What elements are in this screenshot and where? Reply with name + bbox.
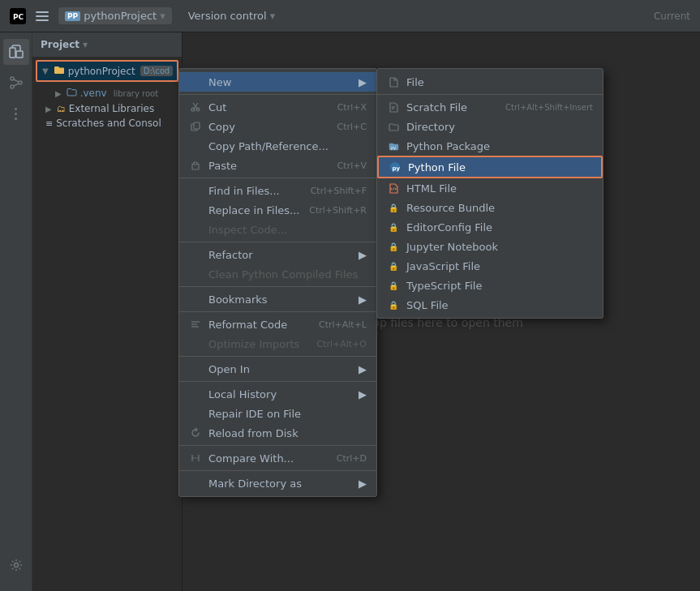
ctx-replace-files[interactable]: Replace in Files... Ctrl+Shift+R bbox=[179, 200, 376, 220]
ctx-open-in-arrow-icon: ▶ bbox=[359, 363, 367, 375]
scratches-icon: ≡ bbox=[45, 118, 53, 129]
ctx-sep-3 bbox=[179, 242, 376, 242]
ctx-inspect: Inspect Code... bbox=[179, 220, 376, 239]
ctx-js-file[interactable]: 🔒 JavaScript File bbox=[377, 256, 603, 276]
svg-rect-17 bbox=[194, 162, 197, 165]
titlebar-right: Current bbox=[654, 11, 690, 22]
ctx-html-icon bbox=[387, 182, 400, 195]
ctx-sep-5 bbox=[179, 311, 376, 312]
ctx-mark-dir[interactable]: Mark Directory as ▶ bbox=[179, 473, 376, 493]
ctx-local-history[interactable]: Local History ▶ bbox=[179, 384, 376, 404]
rail-structure-icon[interactable] bbox=[3, 70, 29, 96]
ctx-refactor-arrow-icon: ▶ bbox=[359, 249, 367, 261]
svg-text:py: py bbox=[391, 145, 396, 151]
ctx-jupyter[interactable]: 🔒 Jupyter Notebook bbox=[377, 237, 603, 256]
ctx-new-arrow-icon: ▶ bbox=[359, 76, 367, 88]
ctx-sub-sep-1 bbox=[377, 94, 603, 95]
svg-point-4 bbox=[11, 77, 14, 80]
vc-chevron-icon: ▾ bbox=[270, 10, 276, 22]
ctx-editorconfig-label: EditorConfig File bbox=[406, 221, 593, 233]
ctx-scratch-file[interactable]: Scratch File Ctrl+Alt+Shift+Insert bbox=[377, 97, 603, 117]
project-selector[interactable]: PP pythonProject ▾ bbox=[58, 7, 172, 24]
ctx-reformat[interactable]: Reformat Code Ctrl+Alt+L bbox=[179, 315, 376, 334]
ctx-resource-bundle-icon: 🔒 bbox=[387, 201, 400, 214]
ctx-editorconfig-icon: 🔒 bbox=[387, 221, 400, 233]
ctx-sql-file[interactable]: 🔒 SQL File bbox=[377, 295, 603, 315]
ctx-html-file[interactable]: HTML File bbox=[377, 178, 603, 198]
ctx-open-in[interactable]: Open In ▶ bbox=[179, 359, 376, 379]
ctx-new-file-label: File bbox=[406, 76, 593, 88]
ctx-copy-path-label: Copy Path/Reference... bbox=[208, 140, 367, 152]
ctx-new[interactable]: New ▶ bbox=[179, 72, 376, 92]
ctx-cut-label: Cut bbox=[208, 101, 331, 113]
tree-root-item[interactable]: ▼ pythonProject D:\cod bbox=[36, 60, 178, 82]
ctx-reformat-icon bbox=[189, 318, 202, 331]
ctx-sep-6 bbox=[179, 356, 376, 357]
ctx-copy[interactable]: Copy Ctrl+C bbox=[179, 117, 376, 136]
panel-chevron-icon: ▾ bbox=[83, 39, 88, 50]
ctx-editorconfig[interactable]: 🔒 EditorConfig File bbox=[377, 217, 603, 237]
svg-text:PC: PC bbox=[13, 13, 24, 21]
vc-label: Version control bbox=[188, 10, 267, 22]
tree-scratches-item[interactable]: ≡ Scratches and Consol bbox=[32, 116, 182, 131]
ctx-repair-ide[interactable]: Repair IDE on File bbox=[179, 404, 376, 423]
tree-arrow-icon: ▼ bbox=[42, 66, 49, 75]
ctx-bookmarks-icon bbox=[189, 293, 202, 306]
sidebar-rail bbox=[0, 32, 32, 591]
panel-header[interactable]: Project ▾ bbox=[32, 32, 182, 57]
ctx-sql-icon: 🔒 bbox=[387, 298, 400, 311]
ctx-compare-label: Compare With... bbox=[208, 452, 330, 465]
ctx-replace-files-shortcut: Ctrl+Shift+R bbox=[309, 205, 367, 216]
ctx-reload[interactable]: Reload from Disk bbox=[179, 423, 376, 443]
ctx-refactor-label: Refactor bbox=[208, 249, 352, 261]
ctx-sep-7 bbox=[179, 381, 376, 382]
ctx-copy-label: Copy bbox=[208, 121, 331, 133]
ctx-optimize-label: Optimize Imports bbox=[208, 338, 310, 350]
ctx-bookmarks[interactable]: Bookmarks ▶ bbox=[179, 289, 376, 309]
ctx-mark-dir-label: Mark Directory as bbox=[208, 478, 352, 490]
ctx-python-file-label: Python File bbox=[408, 161, 591, 173]
ctx-find-files-label: Find in Files... bbox=[208, 185, 304, 197]
project-panel: Project ▾ ▼ pythonProject D:\cod ▶ .venv… bbox=[32, 32, 183, 591]
ctx-python-package[interactable]: py Python Package bbox=[377, 136, 603, 156]
venv-name: .venv bbox=[80, 88, 107, 99]
hamburger-menu[interactable] bbox=[36, 11, 49, 21]
rail-settings-icon[interactable] bbox=[3, 552, 29, 578]
tree-venv-item[interactable]: ▶ .venv library root bbox=[32, 85, 182, 101]
venv-sub: library root bbox=[114, 89, 158, 98]
ctx-clean-python: Clean Python Compiled Files bbox=[179, 264, 376, 284]
ctx-bookmarks-label: Bookmarks bbox=[208, 293, 352, 306]
svg-line-29 bbox=[393, 187, 394, 190]
ctx-paste-label: Paste bbox=[208, 160, 331, 172]
rail-dots-icon[interactable] bbox=[3, 101, 29, 126]
tree-ext-libs-item[interactable]: ▶ 🗂 External Libraries bbox=[32, 101, 182, 116]
ctx-cut-icon bbox=[189, 101, 202, 113]
version-control-selector[interactable]: Version control ▾ bbox=[182, 7, 282, 24]
svg-point-6 bbox=[11, 85, 14, 88]
ctx-mark-dir-arrow-icon: ▶ bbox=[359, 478, 367, 490]
ctx-new-file[interactable]: File bbox=[377, 72, 603, 92]
pp-badge: PP bbox=[65, 11, 80, 21]
ctx-repair-ide-label: Repair IDE on File bbox=[208, 408, 367, 420]
ctx-python-file[interactable]: py Python File bbox=[377, 156, 603, 178]
ctx-new-file-icon bbox=[387, 75, 400, 88]
project-chevron-icon: ▾ bbox=[160, 10, 165, 22]
ctx-repair-ide-icon bbox=[189, 407, 202, 420]
ctx-cut[interactable]: Cut Ctrl+X bbox=[179, 97, 376, 117]
rail-project-icon[interactable] bbox=[3, 39, 29, 65]
ctx-copy-path[interactable]: Copy Path/Reference... bbox=[179, 136, 376, 156]
ctx-refactor[interactable]: Refactor ▶ bbox=[179, 245, 376, 264]
ctx-bookmarks-arrow-icon: ▶ bbox=[359, 293, 367, 306]
ctx-optimize: Optimize Imports Ctrl+Alt+O bbox=[179, 334, 376, 353]
ctx-find-files[interactable]: Find in Files... Ctrl+Shift+F bbox=[179, 181, 376, 200]
ext-libs-icon: 🗂 bbox=[57, 104, 66, 114]
ctx-paste[interactable]: Paste Ctrl+V bbox=[179, 156, 376, 175]
ctx-copy-icon bbox=[189, 120, 202, 133]
ctx-ts-file[interactable]: 🔒 TypeScript File bbox=[377, 276, 603, 295]
ctx-directory[interactable]: Directory bbox=[377, 117, 603, 136]
ctx-optimize-icon bbox=[189, 337, 202, 350]
ctx-resource-bundle[interactable]: 🔒 Resource Bundle bbox=[377, 198, 603, 217]
ctx-compare[interactable]: Compare With... Ctrl+D bbox=[179, 448, 376, 468]
ctx-compare-icon bbox=[189, 452, 202, 465]
folder-icon bbox=[54, 64, 65, 78]
